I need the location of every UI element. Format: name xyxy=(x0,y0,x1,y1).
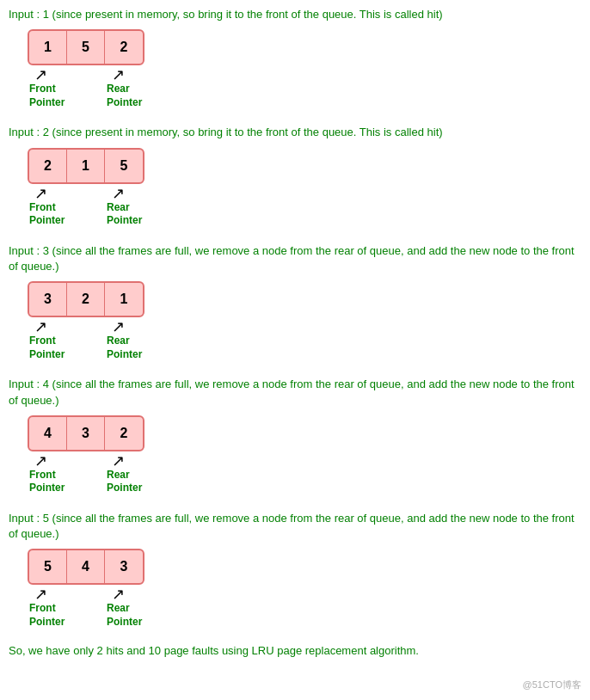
rear-pointer-group-5: ↗RearPointer xyxy=(105,586,142,629)
rear-label-3: RearPointer xyxy=(107,335,142,361)
summary: So, we have only 2 hits and 10 page faul… xyxy=(9,644,581,657)
queue-box-5-3: 3 xyxy=(105,550,143,583)
rear-pointer-group-2: ↗RearPointer xyxy=(105,186,142,228)
diagram-1: 152↗FrontPointer↗RearPointer xyxy=(28,29,581,109)
front-arrow-4: ↗ xyxy=(34,453,47,469)
queue-section-1: Input : 1 (since present in memory, so b… xyxy=(9,7,581,109)
front-label-2: FrontPointer xyxy=(29,201,65,228)
queue-box-1-1: 1 xyxy=(29,31,67,64)
queue-box-3-1: 3 xyxy=(29,283,67,316)
queue-box-1-2: 5 xyxy=(67,31,105,64)
front-arrow-3: ↗ xyxy=(34,319,47,335)
rear-label-4: RearPointer xyxy=(107,469,142,495)
queue-boxes-1: 152 xyxy=(28,29,144,65)
queue-boxes-5: 543 xyxy=(28,549,144,585)
queue-box-5-2: 4 xyxy=(67,550,105,583)
queue-boxes-3: 321 xyxy=(28,281,144,317)
front-arrow-5: ↗ xyxy=(34,586,47,602)
rear-arrow-5: ↗ xyxy=(112,586,125,602)
queue-section-3: Input : 3 (since all the frames are full… xyxy=(9,243,581,362)
front-pointer-group-1: ↗FrontPointer xyxy=(28,67,88,109)
front-label-1: FrontPointer xyxy=(29,83,65,109)
front-pointer-group-3: ↗FrontPointer xyxy=(28,319,88,361)
queue-box-2-1: 2 xyxy=(29,150,67,182)
queue-box-3-3: 1 xyxy=(105,283,143,316)
queue-box-4-3: 2 xyxy=(105,417,143,450)
front-arrow-1: ↗ xyxy=(34,67,47,83)
description-5: Input : 5 (since all the frames are full… xyxy=(9,511,581,542)
rear-arrow-4: ↗ xyxy=(112,453,125,469)
front-label-3: FrontPointer xyxy=(29,335,65,361)
rear-arrow-2: ↗ xyxy=(112,186,125,201)
rear-arrow-3: ↗ xyxy=(112,319,125,335)
queue-box-2-3: 5 xyxy=(105,150,143,182)
queue-section-2: Input : 2 (since present in memory, so b… xyxy=(9,125,581,227)
description-3: Input : 3 (since all the frames are full… xyxy=(9,243,581,274)
diagram-3: 321↗FrontPointer↗RearPointer xyxy=(28,281,581,361)
rear-label-5: RearPointer xyxy=(107,602,142,629)
queue-boxes-4: 432 xyxy=(28,415,144,451)
queue-section-4: Input : 4 (since all the frames are full… xyxy=(9,377,581,495)
queue-box-2-2: 1 xyxy=(67,150,105,182)
rear-pointer-group-3: ↗RearPointer xyxy=(105,319,142,361)
front-pointer-group-4: ↗FrontPointer xyxy=(28,453,88,495)
queue-box-3-2: 2 xyxy=(67,283,105,316)
queue-box-1-3: 2 xyxy=(105,31,143,64)
rear-pointer-group-4: ↗RearPointer xyxy=(105,453,142,495)
queue-box-4-2: 3 xyxy=(67,417,105,450)
front-pointer-group-2: ↗FrontPointer xyxy=(28,186,88,228)
diagram-4: 432↗FrontPointer↗RearPointer xyxy=(28,415,581,495)
diagram-2: 215↗FrontPointer↗RearPointer xyxy=(28,148,581,228)
diagram-5: 543↗FrontPointer↗RearPointer xyxy=(28,549,581,629)
front-pointer-group-5: ↗FrontPointer xyxy=(28,586,88,629)
rear-pointer-group-1: ↗RearPointer xyxy=(105,67,142,109)
rear-label-2: RearPointer xyxy=(107,201,142,228)
queue-box-5-1: 5 xyxy=(29,550,67,583)
queue-section-5: Input : 5 (since all the frames are full… xyxy=(9,511,581,629)
front-label-5: FrontPointer xyxy=(29,602,65,629)
rear-label-1: RearPointer xyxy=(107,83,142,109)
rear-arrow-1: ↗ xyxy=(112,67,125,83)
queue-boxes-2: 215 xyxy=(28,148,144,184)
watermark: @51CTO博客 xyxy=(523,679,581,691)
front-label-4: FrontPointer xyxy=(29,469,65,495)
front-arrow-2: ↗ xyxy=(34,186,47,201)
description-1: Input : 1 (since present in memory, so b… xyxy=(9,7,581,22)
description-2: Input : 2 (since present in memory, so b… xyxy=(9,125,581,140)
queue-box-4-1: 4 xyxy=(29,417,67,450)
description-4: Input : 4 (since all the frames are full… xyxy=(9,377,581,408)
